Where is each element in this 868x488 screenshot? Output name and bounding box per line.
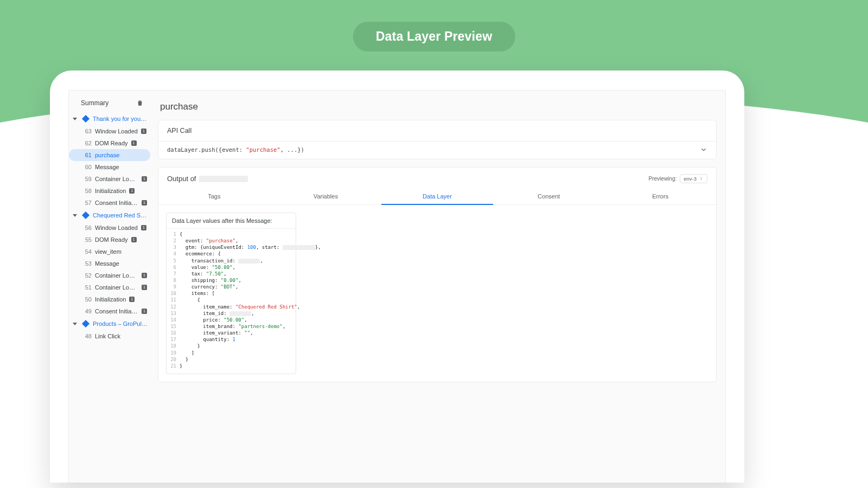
event-badge: 1 — [142, 309, 147, 314]
data-layer-values-title: Data Layer values after this Message: — [167, 213, 296, 228]
code-line: 15 item_brand: "partners-demo", — [168, 323, 292, 330]
sidebar-event[interactable]: 50Initialization1 — [69, 293, 150, 305]
code-line: 1{ — [168, 231, 292, 237]
sidebar: Summary Thank you for your pur…63Window … — [69, 91, 150, 483]
sidebar-group[interactable]: Chequered Red Shirt – … — [69, 209, 150, 222]
event-index: 60 — [83, 164, 92, 170]
code-line: 17 quantity: 1 — [168, 336, 292, 343]
code-content: } — [180, 343, 200, 349]
code-line: 2 event: "purchase", — [168, 237, 292, 244]
event-index: 61 — [83, 152, 92, 158]
sidebar-event[interactable]: 54view_item — [69, 246, 150, 258]
sidebar-event[interactable]: 52Container Loaded1 — [69, 269, 150, 281]
code-line: 3 gtm: {uniqueEventId: 100, start: }, — [168, 244, 292, 251]
code-content: item_id: , — [180, 310, 254, 317]
event-name: Window Loaded — [95, 224, 138, 231]
caret-down-icon — [72, 116, 78, 121]
event-index: 58 — [83, 188, 92, 194]
event-badge: 1 — [131, 237, 137, 242]
env-chip[interactable]: env-3 — [680, 174, 707, 183]
event-name: Initialization — [95, 188, 126, 194]
hero-title-badge: Data Layer Preview — [353, 22, 515, 52]
event-badge: 1 — [131, 140, 137, 146]
line-number: 20 — [168, 356, 180, 363]
sidebar-event[interactable]: 63Window Loaded1 — [69, 125, 150, 137]
line-number: 7 — [168, 271, 180, 277]
line-number: 10 — [168, 290, 180, 297]
code-line: 8 shipping: "0.00", — [168, 277, 292, 284]
event-badge: 1 — [129, 188, 135, 194]
event-name: purchase — [95, 152, 119, 158]
sidebar-event[interactable]: 51Container Loaded1 — [69, 281, 150, 293]
code-line: 19 ] — [168, 350, 292, 356]
event-index: 59 — [83, 176, 92, 182]
sidebar-group-title: Products – GroPulse A… — [93, 320, 148, 327]
line-number: 21 — [168, 363, 180, 369]
event-name: view_item — [95, 248, 122, 255]
line-number: 14 — [168, 317, 180, 323]
sidebar-group[interactable]: Products – GroPulse A… — [69, 317, 150, 330]
event-name: Container Loaded — [95, 176, 138, 182]
sidebar-event[interactable]: 60Message — [69, 161, 150, 173]
code-content: price: "50.00", — [180, 317, 247, 323]
api-call-body[interactable]: dataLayer.push({event: "purchase", ...}) — [158, 142, 716, 159]
tab-tags[interactable]: Tags — [158, 189, 270, 204]
sidebar-event[interactable]: 62DOM Ready1 — [69, 137, 150, 149]
clear-icon[interactable] — [136, 99, 144, 107]
event-index: 53 — [83, 260, 92, 267]
code-content: } — [180, 363, 182, 369]
code-content: transaction_id: , — [180, 258, 263, 264]
data-layer-code[interactable]: 1{2 event: "purchase",3 gtm: {uniqueEven… — [167, 228, 296, 374]
sidebar-event[interactable]: 55DOM Ready1 — [69, 234, 150, 246]
event-name: Message — [95, 260, 119, 267]
line-number: 16 — [168, 330, 180, 336]
sidebar-group[interactable]: Thank you for your pur… — [69, 112, 150, 125]
tab-variables[interactable]: Variables — [270, 189, 382, 204]
svg-marker-2 — [73, 323, 77, 325]
summary-header[interactable]: Summary — [69, 96, 150, 112]
event-index: 62 — [83, 140, 92, 146]
code-line: 20 } — [168, 356, 292, 363]
sidebar-event[interactable]: 58Initialization1 — [69, 185, 150, 197]
code-content: event: "purchase", — [180, 237, 238, 244]
output-title-prefix: Output of — [167, 175, 196, 183]
event-index: 54 — [83, 248, 92, 255]
event-name: Container Loaded — [95, 272, 138, 279]
redacted-value — [229, 311, 251, 316]
api-code-event: "purchase" — [246, 146, 280, 153]
code-content: { — [180, 231, 182, 237]
event-badge: 1 — [129, 297, 135, 302]
line-number: 6 — [168, 264, 180, 271]
output-card: Output of Previewing: env-3 TagsVariable… — [158, 167, 717, 382]
tab-errors[interactable]: Errors — [604, 189, 716, 204]
api-code-prefix: dataLayer.push({event: — [167, 146, 246, 153]
code-line: 14 price: "50.00", — [168, 317, 292, 323]
line-number: 12 — [168, 304, 180, 310]
chevron-down-icon[interactable] — [700, 146, 707, 153]
redacted-value — [238, 259, 260, 264]
sidebar-event[interactable]: 48Link Click — [69, 330, 150, 342]
event-index: 50 — [83, 296, 92, 303]
line-number: 11 — [168, 297, 180, 303]
sidebar-event[interactable]: 49Consent Initialization1 — [69, 305, 150, 317]
sidebar-event[interactable]: 56Window Loaded1 — [69, 222, 150, 234]
code-content: ecommerce: { — [180, 251, 221, 257]
sidebar-event[interactable]: 59Container Loaded1 — [69, 173, 150, 185]
line-number: 2 — [168, 237, 180, 244]
event-index: 48 — [83, 333, 92, 339]
device-frame: Summary Thank you for your pur…63Window … — [50, 70, 744, 483]
code-content: gtm: {uniqueEventId: 100, start: }, — [180, 244, 321, 251]
tab-consent[interactable]: Consent — [493, 189, 605, 204]
previewing-env[interactable]: Previewing: env-3 — [649, 174, 707, 183]
sidebar-event[interactable]: 57Consent Initialization1 — [69, 197, 150, 209]
event-badge: 1 — [141, 129, 146, 134]
sidebar-event[interactable]: 53Message — [69, 258, 150, 269]
code-line: 11 { — [168, 297, 292, 303]
line-number: 13 — [168, 310, 180, 317]
line-number: 1 — [168, 231, 180, 237]
event-name: Consent Initialization — [95, 308, 138, 314]
sidebar-event[interactable]: 61purchase — [69, 149, 150, 161]
tab-data-layer[interactable]: Data Layer — [381, 189, 493, 205]
event-name: Consent Initialization — [95, 200, 138, 206]
code-content: item_name: "Chequered Red Shirt", — [180, 304, 300, 310]
